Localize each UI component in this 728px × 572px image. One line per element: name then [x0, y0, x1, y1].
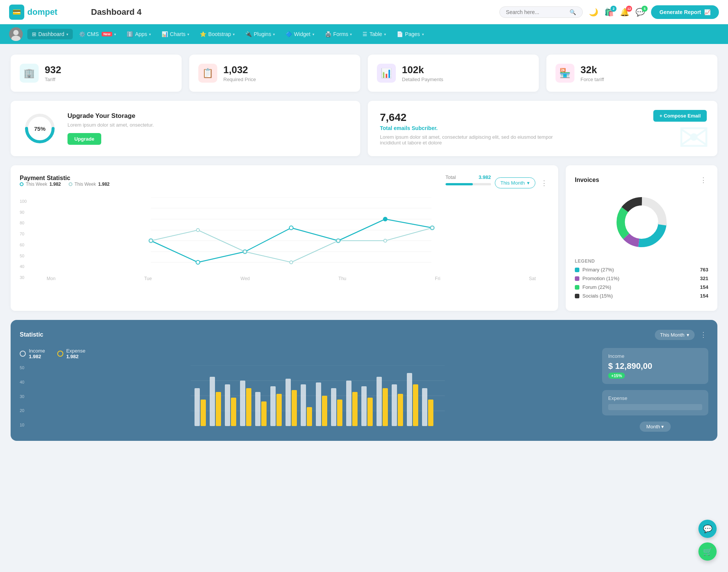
- legend-count-promotion: 321: [700, 276, 708, 281]
- svg-point-24: [384, 239, 387, 242]
- payment-card: Payment Statistic This Week 1.982 This W…: [11, 165, 558, 311]
- stat-card-tariff: 🏢 932 Tariff: [11, 55, 182, 92]
- nav-item-widget[interactable]: 🔷 Widget ▾: [281, 29, 319, 39]
- expense-placeholder: [608, 404, 702, 410]
- expense-panel: Expense: [602, 390, 708, 415]
- cart-btn[interactable]: 🛍️ 2: [604, 8, 614, 17]
- legend-color-promotion: [575, 276, 579, 281]
- svg-rect-59: [377, 377, 382, 426]
- stat-card-payments: 📊 102k Detalled Payments: [368, 55, 539, 92]
- chart-icon: 📈: [704, 9, 711, 15]
- income-panel: Income $ 12,890,00 +15%: [602, 348, 708, 384]
- svg-point-22: [290, 261, 293, 264]
- generate-report-label: Generate Report: [659, 9, 701, 15]
- chart-y-labels: 100 90 80 70 60 50 40 30: [20, 197, 31, 281]
- upgrade-desc: Lorem ipsum dolor sit amet, onsectetur.: [67, 122, 154, 128]
- nav-item-forms[interactable]: 🖨️ Forms ▾: [320, 29, 357, 39]
- chevron-icon: ▾: [527, 180, 530, 186]
- nav-label-apps: Apps: [135, 31, 147, 37]
- line-chart-svg: [33, 197, 549, 273]
- upgrade-btn[interactable]: Upgrade: [67, 133, 101, 145]
- upgrade-card: 75% Upgrade Your Storage Lorem ipsum dol…: [11, 101, 360, 156]
- email-sub: Total emails Subcriber.: [380, 125, 705, 131]
- stat-card-price: 📋 1,032 Required Price: [189, 55, 360, 92]
- nav-label-charts: Charts: [170, 31, 185, 37]
- expense-val: 1.982: [66, 354, 86, 359]
- notifications-btn[interactable]: 🔔 12: [620, 8, 629, 17]
- search-icon[interactable]: 🔍: [570, 9, 576, 15]
- svg-rect-36: [201, 400, 206, 426]
- theme-toggle-btn[interactable]: 🌙: [589, 8, 598, 17]
- chevron-down-icon-apps: ▾: [149, 32, 151, 36]
- legend-dot-1: [20, 182, 24, 186]
- legend-color-socials: [575, 294, 579, 298]
- svg-rect-42: [246, 388, 251, 426]
- upgrade-title: Upgrade Your Storage: [67, 112, 154, 120]
- expense-label: Expense: [66, 348, 86, 354]
- svg-rect-38: [216, 392, 221, 426]
- cart-badge: 2: [610, 6, 617, 12]
- chevron-down-icon-charts: ▾: [187, 32, 189, 36]
- legend-count-primary: 763: [700, 267, 708, 273]
- month-filter-btn[interactable]: Month ▾: [640, 422, 671, 432]
- search-input[interactable]: [506, 9, 566, 15]
- payment-title: Payment Statistic: [20, 175, 110, 182]
- legend-item-2: This Week 1.982: [69, 182, 110, 187]
- bootstrap-icon: ⭐: [200, 31, 206, 37]
- svg-rect-66: [428, 400, 433, 426]
- statistic-more-btn[interactable]: ⋮: [698, 329, 708, 340]
- nav-item-charts[interactable]: 📊 Charts ▾: [157, 29, 194, 39]
- nav-item-table[interactable]: ☰ Table ▾: [358, 29, 390, 39]
- invoice-title: Invoices: [575, 177, 599, 183]
- svg-rect-49: [301, 384, 306, 426]
- tariff-icon: 🏢: [20, 64, 39, 83]
- svg-point-19: [149, 239, 152, 242]
- stats-row: 🏢 932 Tariff 📋 1,032 Required Price 📊 10…: [11, 55, 717, 92]
- svg-point-20: [196, 229, 199, 232]
- statistic-filter-btn[interactable]: This Month ▾: [655, 330, 695, 340]
- nav-item-bootstrap[interactable]: ⭐ Bootstrap ▾: [195, 29, 239, 39]
- middle-row: 75% Upgrade Your Storage Lorem ipsum dol…: [11, 101, 717, 156]
- cms-icon: ⚙️: [79, 31, 85, 37]
- logo-area: 💳 dompet: [9, 5, 77, 20]
- income-item: Income 1.982: [20, 348, 45, 359]
- legend1-label: This Week: [26, 182, 47, 187]
- nav-item-plugins[interactable]: 🔌 Plugins ▾: [241, 29, 279, 39]
- stat-card-force: 🏪 32k Force tariff: [546, 55, 717, 92]
- nav-label-table: Table: [369, 31, 382, 37]
- income-change: +15%: [608, 373, 625, 379]
- nav-item-dashboard[interactable]: ⊞ Dashboard ▾: [27, 29, 73, 39]
- income-circle: [20, 351, 26, 357]
- cms-new-badge: New: [102, 32, 113, 36]
- chevron-down-icon-cms: ▾: [114, 32, 116, 36]
- main-content: 🏢 932 Tariff 📋 1,032 Required Price 📊 10…: [0, 44, 728, 451]
- generate-report-btn[interactable]: Generate Report 📈: [651, 5, 719, 19]
- messages-btn[interactable]: 💬 5: [635, 8, 645, 17]
- email-desc: Lorem ipsum dolor sit amet, consectetur …: [380, 134, 570, 146]
- logo-text: dompet: [27, 7, 57, 17]
- nav-item-apps[interactable]: ℹ️ Apps ▾: [122, 29, 155, 39]
- legend-row-forum: Forum (22%) 154: [575, 284, 708, 290]
- chevron-down-icon-bootstrap: ▾: [233, 32, 235, 36]
- nav-label-cms: CMS: [87, 31, 99, 37]
- svg-rect-52: [322, 396, 327, 426]
- force-label: Force tariff: [581, 77, 604, 82]
- stat-section-header: Statistic This Month ▾ ⋮: [20, 329, 708, 340]
- legend-color-primary: [575, 268, 579, 272]
- search-area: 🔍: [499, 6, 583, 18]
- legend-count-socials: 154: [700, 293, 708, 299]
- nav-item-pages[interactable]: 📄 Pages ▾: [392, 29, 428, 39]
- legend1-val: 1.982: [49, 182, 61, 187]
- invoice-more-btn[interactable]: ⋮: [698, 174, 708, 186]
- avatar: [9, 27, 23, 41]
- nav-item-cms[interactable]: ⚙️ CMS New ▾: [74, 29, 121, 39]
- svg-rect-65: [422, 388, 427, 426]
- invoice-donut: [611, 192, 672, 252]
- invoice-header: Invoices ⋮: [575, 174, 708, 186]
- chevron-down-icon-forms: ▾: [350, 32, 352, 36]
- payment-more-btn[interactable]: ⋮: [539, 177, 549, 189]
- svg-rect-50: [307, 407, 312, 426]
- legend2-val: 1.982: [98, 182, 110, 187]
- payment-filter-btn[interactable]: This Month ▾: [495, 177, 535, 188]
- email-card: 7,642 Total emails Subcriber. Lorem ipsu…: [368, 101, 717, 156]
